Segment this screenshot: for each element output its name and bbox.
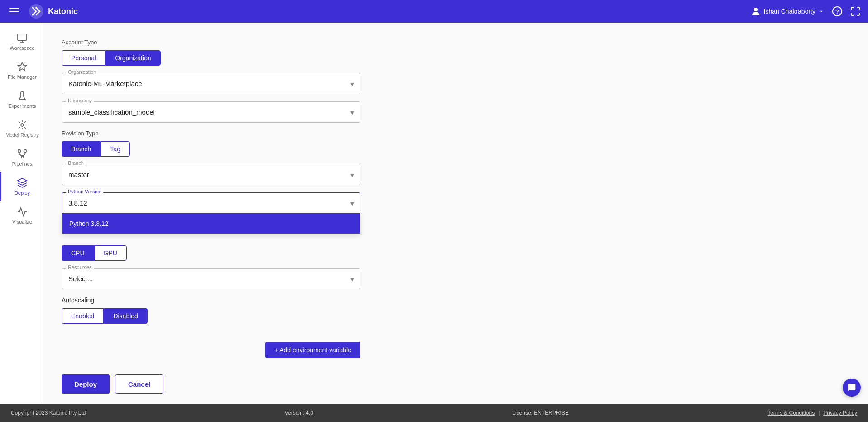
svg-point-2 [754,8,758,11]
branch-select-wrapper: master ▾ [62,164,360,185]
sidebar-label-deploy: Deploy [14,190,30,196]
autoscaling-label: Autoscaling [62,297,850,304]
repository-field: Repository sample_classification_model ▾ [62,101,850,123]
sidebar-label-visualize: Visualize [12,219,32,225]
main-content: Account Type Personal Organization Organ… [43,23,868,404]
repository-label: Repository [66,98,94,103]
sidebar-label-file-manager: File Manager [8,74,37,80]
navbar-logo: Katonic [28,3,78,19]
sidebar-item-experiments[interactable]: Experiments [0,85,43,114]
action-buttons: Deploy Cancel [62,374,850,394]
sidebar-label-pipelines: Pipelines [12,161,33,167]
footer-version: Version: 4.0 [285,410,313,416]
branch-label: Branch [66,160,86,166]
cpu-btn[interactable]: CPU [62,245,94,261]
sidebar-label-model-registry: Model Registry [5,132,38,138]
revision-type-label: Revision Type [62,130,850,137]
gpu-btn[interactable]: GPU [94,245,127,261]
svg-marker-8 [18,62,27,71]
add-env-variable-button[interactable]: + Add environment variable [265,342,360,358]
python-version-wrapper: Python Version ▾ Python 3.8.12 [62,192,360,214]
account-type-toggle: Personal Organization [62,50,850,66]
svg-text:?: ? [835,8,839,15]
branch-btn[interactable]: Branch [62,141,101,157]
terms-link[interactable]: Terms & Conditions [767,410,815,416]
deploy-icon [17,177,28,188]
help-icon[interactable]: ? [832,6,843,17]
python-version-label: Python Version [66,189,103,194]
sidebar-item-file-manager[interactable]: File Manager [0,56,43,85]
monitor-icon [17,33,28,43]
privacy-link[interactable]: Privacy Policy [823,410,857,416]
env-var-section: + Add environment variable [62,331,360,367]
resources-label: Resources [66,264,94,270]
model-registry-icon [17,120,28,130]
svg-rect-12 [24,150,26,152]
svg-line-16 [19,154,23,157]
main-layout: Workspace File Manager Experiments Model… [0,23,868,404]
organization-select-wrapper: Katonic-ML-Marketplace ▾ [62,73,360,94]
file-manager-icon [17,62,28,72]
repository-select-wrapper: sample_classification_model ▾ [62,101,360,123]
branch-field: Branch master ▾ [62,164,850,185]
python-version-input[interactable] [62,192,360,214]
compute-section: CPU GPU [62,245,850,261]
autoscaling-toggle: Enabled Disabled [62,308,850,324]
footer-license: License: ENTERPRISE [512,410,569,416]
user-name: Ishan Chakraborty [764,8,815,15]
visualize-icon [17,206,28,217]
footer-links: Terms & Conditions | Privacy Policy [767,410,857,416]
account-type-label: Account Type [62,39,850,46]
chat-bubble[interactable] [843,379,861,397]
svg-point-10 [21,124,24,126]
svg-rect-11 [18,150,20,152]
footer-separator: | [818,410,820,416]
python-input-container: ▾ [62,192,360,214]
repository-select[interactable]: sample_classification_model [62,101,360,123]
branch-select[interactable]: master [62,164,360,185]
sidebar-item-deploy[interactable]: Deploy [0,172,43,201]
disabled-btn[interactable]: Disabled [104,308,147,324]
pipelines-icon [17,149,28,159]
sidebar-item-visualize[interactable]: Visualize [0,201,43,230]
resources-select[interactable]: Select... [62,268,360,289]
user-chevron-icon [818,8,825,14]
compute-toggle: CPU GPU [62,245,850,261]
revision-type-toggle: Branch Tag [62,141,850,157]
navbar: Katonic Ishan Chakraborty ? [0,0,868,23]
sidebar-label-workspace: Workspace [10,45,35,51]
footer: Copyright 2023 Katonic Pty Ltd Version: … [0,404,868,422]
tag-btn[interactable]: Tag [101,141,130,157]
cancel-button[interactable]: Cancel [115,374,163,394]
chat-icon [847,383,856,392]
sidebar-label-experiments: Experiments [8,103,36,109]
footer-copyright: Copyright 2023 Katonic Pty Ltd [11,410,86,416]
logo-icon [28,3,44,19]
deploy-button[interactable]: Deploy [62,374,110,394]
python-option-3812[interactable]: Python 3.8.12 [62,214,360,234]
hamburger-menu[interactable] [7,6,21,16]
organization-field: Organization Katonic-ML-Marketplace ▾ [62,73,850,94]
fullscreen-icon[interactable] [850,6,861,17]
sidebar-item-model-registry[interactable]: Model Registry [0,114,43,143]
sidebar-item-workspace[interactable]: Workspace [0,27,43,56]
logo-text: Katonic [48,7,78,16]
svg-rect-5 [18,34,27,40]
sidebar-item-pipelines[interactable]: Pipelines [0,143,43,172]
organization-label: Organization [66,69,98,75]
experiments-icon [17,91,28,101]
navbar-right: Ishan Chakraborty ? [750,6,861,17]
python-version-dropdown: Python 3.8.12 [62,214,360,234]
personal-btn[interactable]: Personal [62,50,106,66]
resources-select-wrapper: Select... ▾ [62,268,360,289]
organization-select[interactable]: Katonic-ML-Marketplace [62,73,360,94]
python-version-field: Python Version ▾ Python 3.8.12 [62,192,850,214]
enabled-btn[interactable]: Enabled [62,308,104,324]
sidebar: Workspace File Manager Experiments Model… [0,23,43,404]
user-avatar-icon [750,6,761,17]
resources-field: Resources Select... ▾ [62,268,850,289]
navbar-left: Katonic [7,3,78,19]
svg-point-1 [35,7,37,9]
user-menu[interactable]: Ishan Chakraborty [750,6,825,17]
organization-btn[interactable]: Organization [106,50,160,66]
